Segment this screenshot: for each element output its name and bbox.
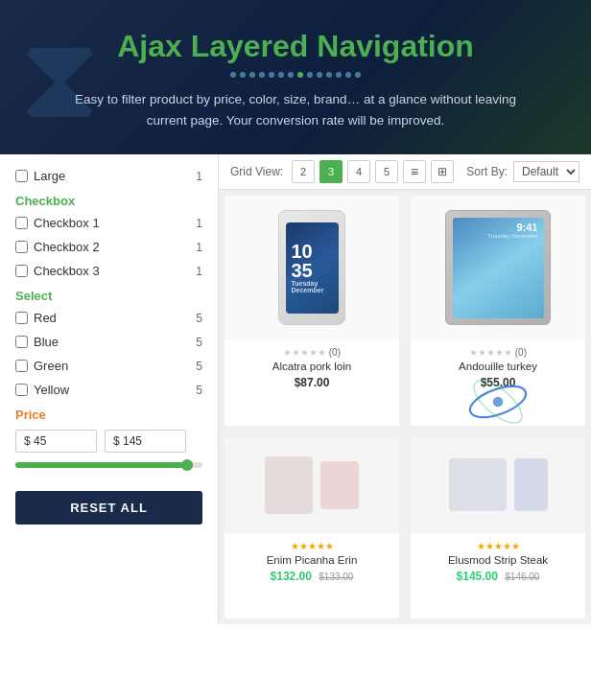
header-section: ⧗ Ajax Layered Navigation Easy to filter… — [0, 0, 591, 154]
filter-sidebar: Large 1 Checkbox Checkbox 1 1 Checkbox 2… — [0, 154, 219, 624]
grid-2-button[interactable]: 2 — [292, 160, 315, 183]
page-title: Ajax Layered Navigation — [38, 29, 553, 64]
product-card-4[interactable]: ★★★★★ Elusmod Strip Steak $145.00 $146.0… — [411, 437, 585, 619]
checkbox1-row: Checkbox 1 1 — [0, 211, 218, 235]
toolbar: Grid View: 2 3 4 5 ≡ ⊞ Sort By: Default — [219, 154, 591, 190]
product-info-1: ★★★★★ (0) Alcatra pork loin $87.00 — [225, 339, 399, 397]
red-row: Red 5 — [0, 306, 218, 330]
product-stars-3: ★★★★★ — [232, 541, 391, 551]
product-grid: 1035 Tuesday December ★★★★★ (0) Alcatra … — [219, 190, 591, 624]
tablet-image: 9:41 Tuesday December — [445, 210, 551, 325]
checkbox2-label: Checkbox 2 — [34, 240, 100, 254]
checkbox3-input[interactable] — [15, 265, 28, 277]
price-slider[interactable] — [15, 462, 202, 468]
product-info-3: ★★★★★ Enim Picanha Erin $132.00 $133.00 — [225, 533, 399, 591]
product-stars-4: ★★★★★ — [418, 541, 578, 551]
toolbar-right: Sort By: Default — [466, 161, 579, 182]
blue-count: 5 — [196, 336, 202, 349]
svg-point-1 — [493, 396, 504, 407]
product-price-3: $132.00 $133.00 — [232, 570, 391, 583]
product-info-4: ★★★★★ Elusmod Strip Steak $145.00 $146.0… — [411, 533, 585, 591]
product-price-1: $87.00 — [232, 376, 391, 389]
green-row: Green 5 — [0, 354, 218, 378]
yellow-row: Yellow 5 — [0, 378, 218, 402]
phone-image: 1035 Tuesday December — [278, 210, 345, 325]
yellow-count: 5 — [196, 384, 202, 397]
orbit-icon-overlay — [464, 368, 532, 426]
green-label: Green — [34, 359, 68, 373]
large-count: 1 — [196, 170, 202, 183]
price-slider-fill — [15, 462, 193, 468]
product-image-4 — [411, 437, 585, 533]
large-label: Large — [34, 169, 65, 183]
checkbox1-input[interactable] — [15, 217, 28, 229]
main-area: Large 1 Checkbox Checkbox 1 1 Checkbox 2… — [0, 154, 591, 624]
checkbox3-label: Checkbox 3 — [34, 264, 100, 278]
product-card-1[interactable]: 1035 Tuesday December ★★★★★ (0) Alcatra … — [225, 196, 399, 426]
checkbox2-input[interactable] — [15, 241, 28, 253]
price-inputs — [15, 430, 202, 453]
product-shape-1 — [265, 456, 313, 514]
header-description: Easy to filter product by price, color, … — [65, 89, 526, 130]
blue-row: Blue 5 — [0, 330, 218, 354]
product-card-2[interactable]: 9:41 Tuesday December ★★★★★ (0) — [411, 196, 585, 426]
product-image-1: 1035 Tuesday December — [225, 196, 399, 339]
product-shape-2 — [320, 461, 359, 509]
checkbox1-label: Checkbox 1 — [34, 216, 100, 230]
grid-view-button[interactable]: ⊞ — [431, 160, 454, 183]
blue-checkbox[interactable] — [15, 336, 28, 348]
large-checkbox[interactable] — [15, 170, 28, 182]
large-filter-row: Large 1 — [0, 164, 218, 188]
price-section: Price — [0, 402, 218, 483]
list-view-button[interactable]: ≡ — [403, 160, 426, 183]
blue-label: Blue — [34, 335, 59, 349]
product-stars-1: ★★★★★ (0) — [232, 347, 391, 358]
checkbox1-count: 1 — [196, 217, 202, 230]
price-max-input[interactable] — [105, 430, 186, 453]
grid-view-label: Grid View: — [230, 165, 283, 178]
products-area: Grid View: 2 3 4 5 ≡ ⊞ Sort By: Default — [219, 154, 591, 624]
price-min-input[interactable] — [15, 430, 97, 453]
green-count: 5 — [196, 360, 202, 373]
grid-4-button[interactable]: 4 — [347, 160, 370, 183]
checkbox2-count: 1 — [196, 241, 202, 254]
yellow-checkbox[interactable] — [15, 384, 28, 396]
sort-select[interactable]: Default — [513, 161, 579, 182]
checkbox-section-title: Checkbox — [0, 188, 218, 211]
green-checkbox[interactable] — [15, 360, 28, 372]
product-card-3[interactable]: ★★★★★ Enim Picanha Erin $132.00 $133.00 — [225, 437, 399, 619]
red-count: 5 — [196, 312, 202, 325]
product-name-3: Enim Picanha Erin — [232, 554, 391, 566]
select-section-title: Select — [0, 283, 218, 306]
checkbox3-row: Checkbox 3 1 — [0, 259, 218, 283]
grid-3-button[interactable]: 3 — [319, 160, 343, 183]
reset-all-button[interactable]: RESET ALL — [15, 491, 202, 525]
grid-5-button[interactable]: 5 — [375, 160, 398, 183]
checkbox2-row: Checkbox 2 1 — [0, 235, 218, 259]
product-image-3 — [225, 437, 399, 533]
header-dots — [38, 72, 553, 78]
product-price-4: $145.00 $146.00 — [418, 570, 578, 583]
red-label: Red — [34, 311, 57, 325]
product-name-4: Elusmod Strip Steak — [418, 554, 578, 566]
red-checkbox[interactable] — [15, 312, 28, 324]
price-slider-handle[interactable] — [181, 459, 193, 471]
product-shape-3 — [449, 458, 507, 511]
filter-bg-icon: ⧗ — [19, 19, 100, 134]
toolbar-left: Grid View: 2 3 4 5 ≡ ⊞ — [230, 160, 454, 183]
product-name-1: Alcatra pork loin — [232, 361, 391, 372]
checkbox3-count: 1 — [196, 265, 202, 278]
product-stars-2: ★★★★★ (0) — [418, 347, 578, 358]
product-shape-4 — [514, 458, 548, 511]
price-title: Price — [15, 408, 202, 422]
product-image-2: 9:41 Tuesday December — [411, 196, 585, 339]
yellow-label: Yellow — [34, 383, 69, 397]
sort-by-label: Sort By: — [466, 165, 508, 178]
